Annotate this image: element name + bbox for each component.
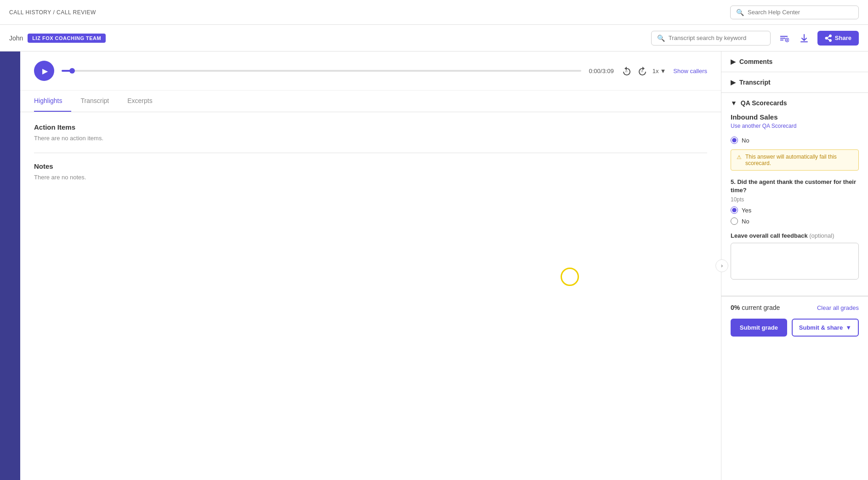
- fast-forward-icon: 15: [637, 65, 648, 76]
- audio-player: ▶ 0:00/3:09 15 1: [20, 51, 721, 91]
- tab-content: Action Items There are no action items. …: [20, 112, 721, 480]
- clear-grades-button[interactable]: Clear all grades: [817, 304, 859, 311]
- no-radio-label[interactable]: No: [731, 137, 859, 144]
- grade-pct: 0%: [731, 304, 740, 311]
- play-icon: ▶: [42, 67, 48, 75]
- qa-arrow: ▼: [731, 99, 737, 107]
- grade-display: 0% current grade: [731, 304, 780, 311]
- breadcrumb: CALL HISTORY / CALL REVIEW: [9, 9, 96, 16]
- svg-text:15: 15: [641, 70, 643, 73]
- no-radio-group: No: [731, 137, 859, 144]
- fast-forward-button[interactable]: 15: [637, 65, 648, 76]
- qa-scorecards-label: QA Scorecards: [741, 99, 787, 107]
- right-sidebar: ▶ Comments ▶ Transcript ▼ QA Scorecards …: [721, 51, 868, 480]
- qa-scorecards-header[interactable]: ▼ QA Scorecards: [721, 93, 868, 113]
- transcript-search-container[interactable]: 🔍: [651, 31, 771, 46]
- comments-section: ▶ Comments: [721, 51, 868, 72]
- transcript-arrow: ▶: [731, 79, 736, 86]
- progress-track[interactable]: [62, 70, 581, 72]
- qa-content: Inbound Sales Use another QA Scorecard N…: [721, 113, 868, 296]
- question-5-pts: 10pts: [731, 196, 859, 203]
- yes-radio-label[interactable]: Yes: [731, 206, 859, 214]
- share-label: Share: [835, 34, 851, 41]
- transcript-section: ▶ Transcript: [721, 72, 868, 93]
- submit-grade-button[interactable]: Submit grade: [731, 319, 787, 337]
- rewind-icon: 15: [621, 65, 632, 76]
- submit-row: Submit grade Submit & share ▼: [721, 319, 868, 346]
- notes-title: Notes: [34, 162, 707, 170]
- rewind-button[interactable]: 15: [621, 65, 632, 76]
- grade-row: 0% current grade Clear all grades: [721, 296, 868, 319]
- submit-share-label: Submit & share: [799, 324, 843, 331]
- submit-share-button[interactable]: Submit & share ▼: [792, 319, 859, 337]
- main-layout: ▶ 0:00/3:09 15 1: [0, 51, 868, 480]
- left-sidebar-strip: [0, 51, 20, 480]
- progress-area[interactable]: [62, 70, 581, 72]
- play-button[interactable]: ▶: [34, 61, 54, 81]
- add-filter-icon: [779, 33, 789, 43]
- submit-share-chevron: ▼: [845, 324, 851, 331]
- tabs-row: Highlights Transcript Excerpts: [20, 91, 721, 112]
- transcript-header[interactable]: ▶ Transcript: [721, 72, 868, 92]
- download-icon: [799, 33, 809, 43]
- tab-excerpts[interactable]: Excerpts: [127, 91, 161, 112]
- download-button[interactable]: [797, 31, 811, 45]
- help-search-container[interactable]: 🔍: [730, 6, 859, 19]
- warning-text: This answer will automatically fail this…: [745, 154, 853, 166]
- user-info: John LIZ FOX COACHING TEAM: [9, 34, 106, 43]
- no-radio-input[interactable]: [731, 137, 738, 144]
- warning-box: ⚠ This answer will automatically fail th…: [731, 149, 859, 171]
- feedback-block: Leave overall call feedback (optional): [731, 232, 859, 281]
- notes-empty: There are no notes.: [34, 174, 707, 181]
- transcript-search-input[interactable]: [669, 34, 765, 41]
- show-callers-button[interactable]: Show callers: [673, 68, 707, 74]
- feedback-textarea[interactable]: [731, 243, 859, 280]
- svg-text:15: 15: [625, 70, 628, 73]
- comments-header[interactable]: ▶ Comments: [721, 51, 868, 72]
- team-badge: LIZ FOX COACHING TEAM: [28, 34, 106, 43]
- speed-button[interactable]: 1x ▼: [652, 68, 666, 74]
- feedback-optional: (optional): [809, 232, 834, 239]
- tab-transcript[interactable]: Transcript: [80, 91, 118, 112]
- time-display: 0:00/3:09: [589, 68, 613, 74]
- feedback-label: Leave overall call feedback (optional): [731, 232, 859, 239]
- top-nav: CALL HISTORY / CALL REVIEW 🔍: [0, 0, 868, 25]
- help-search-input[interactable]: [748, 9, 853, 16]
- player-controls: 15 15 1x ▼: [621, 65, 666, 76]
- transcript-search-icon: 🔍: [657, 34, 665, 42]
- no2-label: No: [742, 218, 749, 225]
- progress-thumb: [69, 68, 75, 74]
- comments-arrow: ▶: [731, 58, 736, 65]
- collapse-sidebar-button[interactable]: ›: [715, 259, 728, 272]
- yes-label: Yes: [742, 207, 751, 214]
- speed-chevron: ▼: [660, 68, 666, 74]
- no2-radio-label[interactable]: No: [731, 217, 859, 225]
- search-icon: 🔍: [736, 9, 744, 16]
- action-items-title: Action Items: [34, 123, 707, 131]
- no-label: No: [742, 137, 749, 144]
- tab-highlights[interactable]: Highlights: [34, 91, 71, 112]
- speed-value: 1x: [652, 68, 659, 74]
- no2-radio-input[interactable]: [731, 217, 738, 225]
- sub-header: John LIZ FOX COACHING TEAM 🔍: [0, 25, 868, 51]
- question-5-block: 5. Did the agent thank the customer for …: [731, 178, 859, 225]
- content-area: ▶ 0:00/3:09 15 1: [20, 51, 721, 480]
- action-items-empty: There are no action items.: [34, 135, 707, 142]
- add-filter-button[interactable]: [777, 31, 791, 45]
- inbound-sales-title: Inbound Sales: [731, 113, 859, 121]
- warning-icon: ⚠: [737, 154, 742, 160]
- question-5-radio-group: Yes No: [731, 206, 859, 225]
- qa-scorecards-section: ▼ QA Scorecards Inbound Sales Use anothe…: [721, 93, 868, 296]
- comments-label: Comments: [739, 58, 772, 65]
- use-another-qa-link[interactable]: Use another QA Scorecard: [731, 123, 859, 129]
- section-divider: [34, 153, 707, 153]
- question-5-text: 5. Did the agent thank the customer for …: [731, 178, 859, 194]
- user-name: John: [9, 34, 23, 42]
- transcript-label: Transcript: [739, 79, 771, 86]
- sub-header-actions: 🔍 Share: [651, 31, 859, 46]
- grade-label: current grade: [742, 304, 780, 311]
- share-button[interactable]: Share: [817, 31, 859, 46]
- yes-radio-input[interactable]: [731, 206, 738, 214]
- share-icon: [825, 34, 832, 42]
